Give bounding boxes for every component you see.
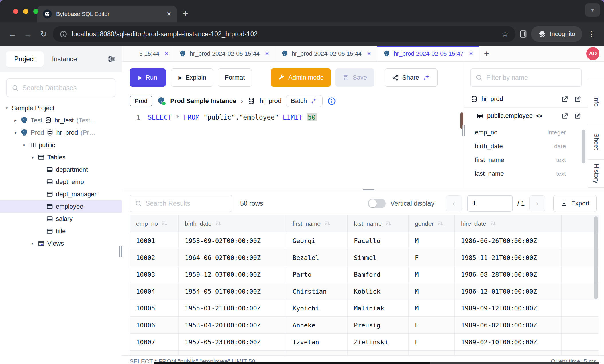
database-search-input[interactable]: Search Databases [6, 78, 115, 97]
explain-button[interactable]: ▶ Explain [171, 68, 213, 87]
panel-database-row[interactable]: hr_prod [464, 91, 588, 108]
table-cell[interactable]: Facello [348, 232, 409, 249]
tree-item-dept-emp[interactable]: dept_emp [0, 176, 122, 188]
table-cell[interactable]: 1986-06-26T00:00:00Z [455, 232, 562, 249]
table-cell[interactable]: 10003 [130, 266, 179, 283]
table-cell[interactable]: F [409, 317, 455, 334]
save-button[interactable]: Save [335, 68, 374, 87]
table-cell[interactable]: 10001 [130, 232, 179, 249]
table-cell[interactable]: M [409, 266, 455, 283]
external-link-icon[interactable] [561, 96, 568, 103]
table-cell[interactable]: Maliniak [348, 300, 409, 317]
header-cell-emp_no[interactable]: emp_no [130, 215, 179, 232]
worksheet-tab[interactable]: hr_prod 2024-02-05 15:44✕ [275, 46, 377, 61]
tree-item-department[interactable]: department [0, 163, 122, 176]
sort-icon[interactable] [437, 220, 444, 227]
table-cell[interactable]: 1953-09-02T00:00:00Z [179, 232, 286, 249]
tree-item-views[interactable]: ▸Views [0, 237, 122, 250]
results-search-input[interactable]: Search Results [130, 195, 232, 212]
caret-right-icon[interactable]: ▸ [30, 241, 35, 246]
tree-item-tables[interactable]: ▾Tables [0, 151, 122, 163]
caret-down-icon[interactable]: ▾ [30, 155, 35, 160]
caret-down-icon[interactable]: ▾ [22, 143, 26, 148]
table-cell[interactable]: 1957-05-23T00:00:00Z [179, 334, 286, 351]
sort-icon[interactable] [385, 220, 392, 227]
sort-icon[interactable] [161, 220, 168, 227]
table-cell[interactable]: F [409, 249, 455, 266]
table-cell[interactable]: Parto [286, 266, 348, 283]
table-cell[interactable]: 1959-12-03T00:00:00Z [179, 266, 286, 283]
filter-settings-icon[interactable] [107, 54, 116, 64]
worksheet-tab[interactable]: hr_prod 2024-02-05 15:44✕ [173, 46, 275, 61]
table-cell[interactable]: M [409, 300, 455, 317]
back-icon[interactable]: ← [6, 29, 19, 39]
close-window-button[interactable] [13, 9, 18, 14]
horizontal-scrollbar[interactable] [154, 362, 599, 364]
site-info-icon[interactable] [60, 30, 67, 38]
side-panel-icon[interactable] [518, 29, 528, 39]
tab-instance[interactable]: Instance [44, 51, 86, 67]
edit-icon[interactable] [574, 96, 581, 103]
info-icon[interactable] [327, 97, 336, 106]
page-number-input[interactable] [467, 195, 513, 212]
table-cell[interactable]: 1986-08-28T00:00:00Z [455, 266, 562, 283]
browser-tab[interactable]: Bytebase SQL Editor ✕ [37, 6, 177, 22]
minimize-window-button[interactable] [23, 9, 28, 14]
table-cell[interactable]: Zielinski [348, 334, 409, 351]
close-worksheet-icon[interactable]: ✕ [265, 50, 269, 57]
table-cell[interactable]: Koblick [348, 283, 409, 300]
external-link-icon[interactable] [561, 112, 568, 120]
table-cell[interactable]: Bamford [348, 266, 409, 283]
table-cell[interactable]: M [409, 283, 455, 300]
table-cell[interactable]: 10004 [130, 283, 179, 300]
instance-name[interactable]: Prod Sample Instance [170, 97, 236, 105]
url-text[interactable]: localhost:8080/sql-editor/prod-sample-in… [72, 30, 497, 38]
new-tab-button[interactable]: + [183, 8, 188, 19]
table-cell[interactable]: 10002 [130, 249, 179, 266]
table-cell[interactable]: 1989-02-10T00:00:00Z [455, 334, 562, 351]
maximize-window-button[interactable] [33, 9, 38, 14]
splitter-grip[interactable] [363, 189, 374, 191]
next-page-button[interactable]: › [529, 195, 545, 211]
tree-item-employee[interactable]: employee [0, 200, 122, 213]
table-cell[interactable]: 1955-01-21T00:00:00Z [179, 300, 286, 317]
results-scrollbar-thumb[interactable] [594, 216, 598, 299]
tree-item-dept-manager[interactable]: dept_manager [0, 188, 122, 200]
table-cell[interactable]: Tzvetan [286, 334, 348, 351]
run-button[interactable]: ▶ Run [130, 68, 166, 87]
side-tab-history[interactable]: History [588, 159, 604, 188]
header-cell-birth_date[interactable]: birth_date [179, 215, 286, 232]
tree-item-title[interactable]: title [0, 225, 122, 237]
worksheet-tab[interactable]: 5 15:44✕ [122, 46, 173, 61]
table-cell[interactable]: 10005 [130, 300, 179, 317]
caret-down-icon[interactable]: ▾ [5, 106, 9, 111]
sort-icon[interactable] [215, 220, 221, 227]
table-cell[interactable]: Georgi [286, 232, 348, 249]
header-cell-last_name[interactable]: last_name [348, 215, 409, 232]
column-list-scrollbar-thumb[interactable] [582, 130, 585, 163]
schema-filter-input[interactable]: Filter by name [470, 68, 582, 87]
tree-item-sample-project[interactable]: ▾Sample Project [0, 102, 122, 114]
vertical-display-toggle[interactable] [368, 199, 386, 208]
table-cell[interactable]: Chirstian [286, 283, 348, 300]
table-cell[interactable]: 1985-11-21T00:00:00Z [455, 249, 562, 266]
table-cell[interactable]: Simmel [348, 249, 409, 266]
table-cell[interactable]: 1989-06-02T00:00:00Z [455, 317, 562, 334]
horizontal-scrollbar-thumb[interactable] [154, 362, 430, 364]
sql-editor[interactable]: 1 SELECT * FROM "public"."employee" LIMI… [122, 110, 464, 188]
prev-page-button[interactable]: ‹ [446, 195, 462, 211]
table-cell[interactable]: Kyoichi [286, 300, 348, 317]
header-cell-gender[interactable]: gender [409, 215, 455, 232]
sort-icon[interactable] [490, 220, 496, 227]
avatar[interactable]: AD [586, 47, 599, 60]
share-button[interactable]: Share [385, 68, 438, 87]
horizontal-splitter[interactable] [122, 188, 604, 192]
panel-table-row[interactable]: public.employee <> [464, 108, 588, 124]
close-worksheet-icon[interactable]: ✕ [469, 50, 473, 57]
table-cell[interactable]: 1989-09-12T00:00:00Z [455, 300, 562, 317]
database-name[interactable]: hr_prod [260, 97, 281, 105]
window-controls[interactable] [13, 9, 38, 14]
code-icon[interactable]: <> [536, 113, 542, 119]
header-cell-hire_date[interactable]: hire_date [455, 215, 562, 232]
header-cell-first_name[interactable]: first_name [286, 215, 348, 232]
